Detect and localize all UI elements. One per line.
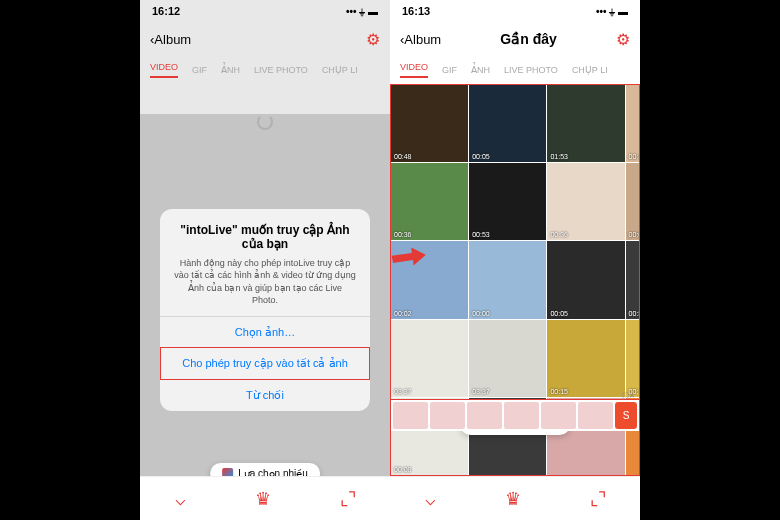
duration-label: 00:53 [472,231,490,238]
duration-label: 00:04 [629,231,639,238]
gear-icon[interactable]: ⚙ [616,30,630,49]
camera-icon[interactable]: ⌞⌝ [340,488,356,510]
ad-item[interactable] [430,402,465,429]
alert-title: "intoLive" muốn truy cập Ảnh của bạn [174,223,356,251]
status-bar: 16:12 ••• ⏚ ▬ [140,0,390,22]
status-icons: ••• ⏚ ▬ [346,6,378,17]
status-time: 16:13 [402,5,430,17]
phone-left: 16:12 ••• ⏚ ▬ ‹ Album ⚙ VIDEO GIF ẢNH LI… [140,0,390,520]
video-thumbnail[interactable]: 00:53 [469,163,546,240]
crown-icon[interactable]: ♛ [255,488,271,510]
crown-icon[interactable]: ♛ [505,488,521,510]
wifi-icon[interactable]: ⌵ [175,488,186,510]
duration-label: 00:08 [394,466,412,473]
video-thumbnail[interactable]: 00:46 [626,85,639,162]
gear-icon[interactable]: ⚙ [366,30,380,49]
tab-gif[interactable]: GIF [192,65,207,75]
video-thumbnail[interactable]: 00:36 [391,163,468,240]
video-thumbnail[interactable]: 00:48 [391,85,468,162]
duration-label: 00:53 [629,310,639,317]
back-button[interactable]: ‹ Album [150,32,191,47]
page-title: Gần đây [500,31,556,47]
video-thumbnail[interactable]: 00:05 [547,241,624,318]
duration-label: 03:37 [472,388,490,395]
duration-label: 00:46 [629,153,639,160]
video-thumbnail[interactable]: 03:37 [469,320,546,397]
alert-message: Hành động này cho phép intoLive truy cập… [174,257,356,306]
status-bar: 16:13 ••• ⏚ ▬ [390,0,640,22]
permission-alert: "intoLive" muốn truy cập Ảnh của bạn Hàn… [160,209,370,411]
media-tabs: VIDEO GIF ẢNH LIVE PHOTO CHỤP LI [390,56,640,84]
tab-image[interactable]: ẢNH [221,65,240,75]
content-area: "intoLive" muốn truy cập Ảnh của bạn Hàn… [140,114,390,506]
bottom-bar: ⌵ ♛ ⌞⌝ [390,476,640,520]
back-label: Album [154,32,191,47]
nav-header: ‹ Album ⚙ [140,22,390,56]
tab-video[interactable]: VIDEO [400,62,428,78]
duration-label: 00:02 [394,310,412,317]
video-thumbnail[interactable]: 00:15 [547,320,624,397]
ad-item[interactable] [504,402,539,429]
ad-strip[interactable]: ⓘ✕ S [391,399,639,431]
media-tabs: VIDEO GIF ẢNH LIVE PHOTO CHỤP LI [140,56,390,84]
deny-button[interactable]: Từ chối [160,379,370,411]
tab-livephoto[interactable]: LIVE PHOTO [504,65,558,75]
duration-label: 01:53 [550,153,568,160]
allow-all-button[interactable]: Cho phép truy cập vào tất cả ảnh [160,347,370,380]
video-thumbnail[interactable]: 00:00 [469,241,546,318]
back-label: Album [404,32,441,47]
annotation-arrow-icon [392,248,426,266]
video-thumbnail[interactable]: 01:53 [547,85,624,162]
wifi-icon[interactable]: ⌵ [425,488,436,510]
duration-label: 00:48 [394,153,412,160]
duration-label: 00:05 [472,153,490,160]
duration-label: 00:36 [550,231,568,238]
duration-label: 00:36 [394,231,412,238]
bottom-bar: ⌵ ♛ ⌞⌝ [140,476,390,520]
status-time: 16:12 [152,5,180,17]
tab-image[interactable]: ẢNH [471,65,490,75]
gallery-area: 00:4800:0501:5300:4600:3600:5300:3600:04… [390,84,640,476]
nav-header: ‹ Album Gần đây ⚙ [390,22,640,56]
select-photos-button[interactable]: Chọn ảnh… [160,316,370,348]
back-button[interactable]: ‹ Album [400,32,441,47]
permission-overlay: "intoLive" muốn truy cập Ảnh của bạn Hàn… [140,114,390,506]
duration-label: 00:00 [472,310,490,317]
tab-gif[interactable]: GIF [442,65,457,75]
tab-video[interactable]: VIDEO [150,62,178,78]
ad-item[interactable] [467,402,502,429]
video-thumbnail[interactable]: 00:36 [547,163,624,240]
ad-shop-icon[interactable]: S [615,402,637,429]
tab-capture[interactable]: CHỤP LI [572,65,608,75]
video-thumbnail[interactable]: 00:15 [626,320,639,397]
video-thumbnail[interactable]: 00:53 [626,241,639,318]
tab-capture[interactable]: CHỤP LI [322,65,358,75]
status-icons: ••• ⏚ ▬ [596,6,628,17]
video-thumbnail[interactable]: 00:04 [626,163,639,240]
ad-info-icon[interactable]: ⓘ✕ [622,391,635,401]
duration-label: 00:15 [550,388,568,395]
video-thumbnail[interactable]: 03:37 [391,320,468,397]
duration-label: 00:05 [550,310,568,317]
ad-item[interactable] [541,402,576,429]
ad-item[interactable] [393,402,428,429]
video-thumbnail[interactable]: 00:05 [469,85,546,162]
tab-livephoto[interactable]: LIVE PHOTO [254,65,308,75]
ad-item[interactable] [578,402,613,429]
duration-label: 03:37 [394,388,412,395]
camera-icon[interactable]: ⌞⌝ [590,488,606,510]
phone-right: 16:13 ••• ⏚ ▬ ‹ Album Gần đây ⚙ VIDEO GI… [390,0,640,520]
